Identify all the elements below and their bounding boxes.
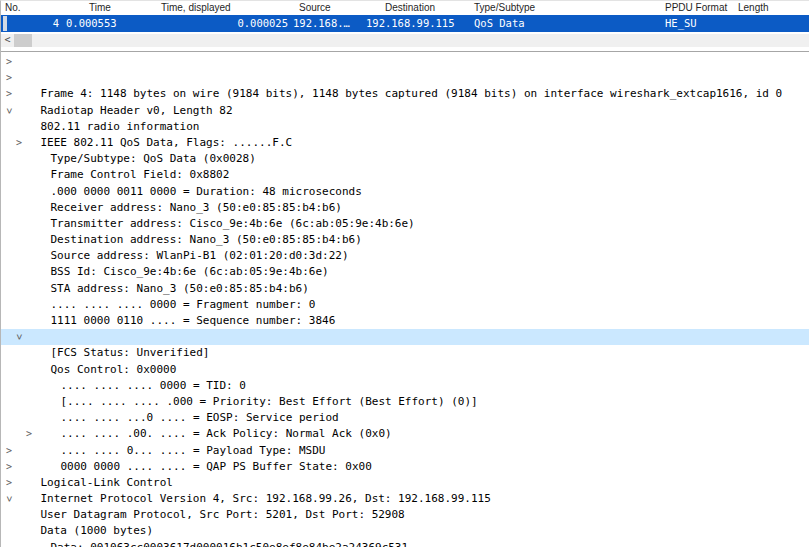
tree-row[interactable]: Source address: WlanPi-B1 (02:01:20:d0:3… (1, 216, 809, 232)
cell-packet-number: 4 (1, 15, 59, 32)
tree-row[interactable]: > IEEE 802.11 QoS Data, Flags: ......F.C (1, 103, 809, 119)
chevron-down-icon[interactable]: > (1, 106, 17, 116)
tree-row[interactable]: .... .... .00. .... = Ack Policy: Normal… (1, 394, 809, 410)
tree-row[interactable]: .... .... .... 0000 = TID: 0 (1, 345, 809, 361)
cell-time-displayed: 0.000025 (161, 15, 288, 32)
chevron-right-icon[interactable]: > (4, 86, 14, 102)
cell-time: 0.000553 (66, 15, 117, 32)
chevron-down-icon[interactable]: > (11, 332, 27, 342)
scroll-left-icon[interactable]: < (1, 34, 14, 47)
chevron-right-icon[interactable]: > (4, 70, 14, 86)
column-header-source[interactable]: Source (299, 1, 331, 15)
tree-row[interactable]: > 802.11 radio information (1, 86, 809, 102)
tree-row[interactable]: .... .... 0... .... = Payload Type: MSDU (1, 410, 809, 426)
tree-row[interactable]: > Frame Control Field: 0x8802 (1, 135, 809, 151)
tree-row[interactable]: > Logical-Link Control (1, 443, 809, 459)
tree-row[interactable]: > Data (1000 bytes) (1, 491, 809, 507)
cell-ppdu-format: HE_SU (665, 15, 697, 32)
cell-length (727, 15, 779, 32)
chevron-right-icon[interactable]: > (4, 443, 14, 459)
tree-row[interactable]: STA address: Nano_3 (50:e0:85:85:b4:b6) (1, 248, 809, 264)
column-header-destination[interactable]: Destination (385, 1, 435, 15)
tree-row[interactable]: Frame check sequence: 0x54812e1f [unveri… (1, 297, 809, 313)
packet-details-pane: > Frame 4: 1148 bytes on wire (9184 bits… (1, 52, 809, 547)
chevron-right-icon[interactable]: > (4, 475, 14, 491)
tree-row[interactable]: BSS Id: Cisco_9e:4b:6e (6c:ab:05:9e:4b:6… (1, 232, 809, 248)
column-header-time[interactable]: Time (89, 1, 111, 15)
tree-row[interactable]: [Length: 1000] (1, 523, 809, 539)
chevron-down-icon[interactable]: > (1, 494, 17, 504)
scrollbar-thumb[interactable] (14, 34, 32, 47)
packet-row-selected[interactable]: 4 0.000553 0.000025 192.168.… 192.168.99… (1, 15, 809, 32)
horizontal-scrollbar[interactable]: < (1, 34, 809, 47)
tree-row[interactable]: Receiver address: Nano_3 (50:e0:85:85:b4… (1, 167, 809, 183)
cell-destination: 192.168.99.115 (366, 15, 455, 32)
tree-row[interactable]: > 0000 0000 .... .... = QAP PS Buffer St… (1, 426, 809, 442)
wireshark-window: No. Time Time, displayed Source Destinat… (0, 0, 809, 547)
tree-row[interactable]: [FCS Status: Unverified] (1, 313, 809, 329)
tree-row[interactable]: [.... .... .... .000 = Priority: Best Ef… (1, 362, 809, 378)
tree-row[interactable]: Destination address: Nano_3 (50:e0:85:85… (1, 200, 809, 216)
tree-row[interactable]: Transmitter address: Cisco_9e:4b:6e (6c:… (1, 184, 809, 200)
column-header-length[interactable]: Length (738, 1, 769, 15)
column-header-no[interactable]: No. (5, 1, 21, 15)
tree-row[interactable]: .... .... ...0 .... = EOSP: Service peri… (1, 378, 809, 394)
chevron-right-icon[interactable]: > (24, 426, 34, 442)
tree-row[interactable]: 1111 0000 0110 .... = Sequence number: 3… (1, 281, 809, 297)
tree-row[interactable]: > User Datagram Protocol, Src Port: 5201… (1, 475, 809, 491)
chevron-right-icon[interactable]: > (14, 135, 24, 151)
column-header-type-subtype[interactable]: Type/Subtype (474, 1, 535, 15)
column-header-time-displayed[interactable]: Time, displayed (161, 1, 231, 15)
cell-source: 192.168.… (293, 15, 350, 32)
tree-row[interactable]: > Internet Protocol Version 4, Src: 192.… (1, 459, 809, 475)
chevron-right-icon[interactable]: > (4, 459, 14, 475)
column-header-ppdu-format[interactable]: PPDU Format (665, 1, 727, 15)
cell-type-subtype: QoS Data (474, 15, 525, 32)
tree-row[interactable]: > Qos Control: 0x0000 (1, 329, 809, 345)
tree-row[interactable]: Data: 001063cc0003617d000016b1c50e8ef8e8… (1, 507, 809, 523)
tree-row[interactable]: > Radiotap Header v0, Length 82 (1, 70, 809, 86)
tree-row[interactable]: .... .... .... 0000 = Fragment number: 0 (1, 264, 809, 280)
chevron-right-icon[interactable]: > (4, 54, 14, 70)
tree-row[interactable]: .000 0000 0011 0000 = Duration: 48 micro… (1, 151, 809, 167)
packet-list-header: No. Time Time, displayed Source Destinat… (1, 1, 809, 15)
tree-row[interactable]: Type/Subtype: QoS Data (0x0028) (1, 119, 809, 135)
tree-row[interactable]: > Frame 4: 1148 bytes on wire (9184 bits… (1, 54, 809, 70)
